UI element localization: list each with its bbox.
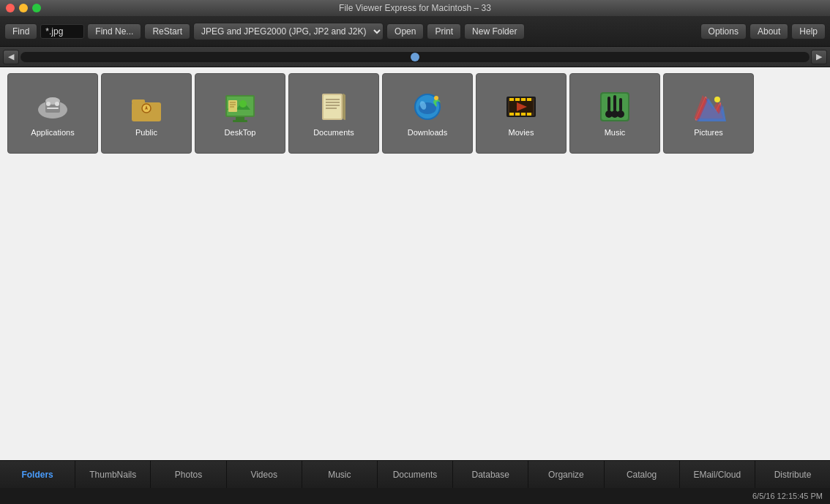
tab-email-cloud[interactable]: EMail/Cloud [680, 461, 755, 488]
about-button[interactable]: About [749, 23, 788, 40]
svg-rect-32 [515, 98, 520, 101]
svg-point-17 [239, 100, 247, 108]
folder-icon-music [597, 89, 632, 124]
search-input[interactable] [40, 24, 84, 39]
svg-point-3 [46, 102, 51, 106]
scroll-right-arrow[interactable]: ▶ [811, 50, 827, 64]
svg-rect-37 [521, 113, 526, 116]
print-button[interactable]: Print [427, 23, 461, 40]
tab-documents[interactable]: Documents [378, 461, 453, 488]
pictures-icon [691, 89, 726, 124]
svg-point-4 [55, 102, 59, 106]
folder-label-documents: Documents [313, 127, 354, 138]
svg-rect-36 [515, 113, 520, 116]
folder-label-pictures: Pictures [694, 127, 723, 138]
svg-rect-11 [236, 117, 244, 120]
tab-music[interactable]: Music [302, 461, 378, 488]
tab-bar: FoldersThumbNailsPhotosVideosMusicDocume… [0, 460, 830, 488]
svg-rect-35 [509, 113, 514, 116]
public-icon [129, 89, 164, 124]
svg-rect-45 [619, 98, 622, 111]
folder-label-music: Music [605, 127, 626, 138]
svg-rect-38 [527, 113, 531, 116]
folder-icon-pictures [691, 89, 726, 124]
folder-item-downloads[interactable]: Downloads [382, 73, 473, 154]
applications-icon [35, 89, 70, 124]
tab-photos[interactable]: Photos [151, 461, 226, 488]
options-button[interactable]: Options [700, 23, 747, 40]
help-button[interactable]: Help [791, 23, 826, 40]
folder-label-public: Public [135, 127, 157, 138]
svg-point-48 [617, 110, 624, 118]
music-icon [597, 89, 632, 124]
scroll-track[interactable] [20, 52, 810, 62]
svg-rect-19 [324, 95, 341, 119]
tab-thumbnails[interactable]: ThumbNails [75, 461, 151, 488]
folder-item-applications[interactable]: Applications [7, 73, 98, 154]
folder-item-desktop[interactable]: DeskTop [195, 73, 285, 154]
window-controls[interactable] [6, 4, 41, 12]
svg-rect-34 [527, 98, 531, 101]
folder-item-public[interactable]: Public [101, 73, 192, 154]
tab-organize[interactable]: Organize [528, 461, 604, 488]
main-content: Applications Public [0, 67, 830, 460]
toolbar-group-left: Find Find Ne... ReStart JPEG and JPEG200… [4, 23, 525, 40]
svg-point-53 [714, 97, 720, 102]
svg-rect-31 [509, 98, 514, 101]
tab-distribute[interactable]: Distribute [755, 461, 830, 488]
folder-icon-applications [35, 89, 70, 124]
folder-item-music[interactable]: Music [569, 73, 660, 154]
folder-item-pictures[interactable]: Pictures [663, 73, 754, 154]
folder-icon-desktop [223, 89, 258, 124]
scroll-thumb[interactable] [411, 53, 419, 61]
restart-button[interactable]: ReStart [144, 23, 190, 40]
svg-rect-12 [233, 120, 247, 122]
documents-icon [316, 89, 351, 124]
tab-catalog[interactable]: Catalog [605, 461, 680, 488]
empty-area [0, 159, 830, 460]
folder-label-downloads: Downloads [408, 127, 447, 138]
svg-rect-44 [613, 95, 616, 111]
folder-grid: Applications Public [0, 67, 830, 159]
movies-icon [504, 89, 539, 124]
tab-folders[interactable]: Folders [0, 461, 75, 488]
desktop-icon [223, 89, 258, 124]
maximize-button[interactable] [32, 4, 41, 12]
scroll-left-arrow[interactable]: ◀ [3, 50, 19, 64]
toolbar-group-right: Options About Help [700, 23, 826, 40]
svg-rect-7 [132, 99, 145, 104]
folder-item-documents[interactable]: Documents [288, 73, 379, 154]
svg-rect-43 [607, 97, 610, 111]
scroll-area: ◀ ▶ [0, 47, 830, 67]
status-bar: 6/5/16 12:15:45 PM [0, 488, 830, 504]
window-title: File Viewer Express for Macintosh – 33 [339, 3, 491, 13]
close-button[interactable] [6, 4, 15, 12]
folder-item-movies[interactable]: Movies [476, 73, 567, 154]
find-button[interactable]: Find [4, 23, 37, 40]
title-bar: File Viewer Express for Macintosh – 33 [0, 0, 830, 16]
file-type-select[interactable]: JPEG and JPEG2000 (JPG, JP2 and J2K) [193, 23, 384, 40]
downloads-icon [410, 89, 445, 124]
svg-point-28 [434, 96, 438, 100]
open-button[interactable]: Open [386, 23, 424, 40]
svg-rect-33 [521, 98, 526, 101]
status-datetime: 6/5/16 12:15:45 PM [752, 492, 823, 500]
find-new-button[interactable]: Find Ne... [87, 23, 141, 40]
folder-icon-documents [316, 89, 351, 124]
folder-icon-downloads [410, 89, 445, 124]
folder-icon-public [129, 89, 164, 124]
tab-videos[interactable]: Videos [227, 461, 302, 488]
folder-label-applications: Applications [31, 127, 74, 138]
svg-rect-13 [228, 100, 237, 112]
tab-database[interactable]: Database [453, 461, 528, 488]
folder-icon-movies [504, 89, 539, 124]
svg-rect-5 [47, 108, 59, 109]
minimize-button[interactable] [19, 4, 28, 12]
folder-label-movies: Movies [509, 127, 534, 138]
folder-label-desktop: DeskTop [225, 127, 256, 138]
new-folder-button[interactable]: New Folder [464, 23, 525, 40]
toolbar: Find Find Ne... ReStart JPEG and JPEG200… [0, 16, 830, 47]
